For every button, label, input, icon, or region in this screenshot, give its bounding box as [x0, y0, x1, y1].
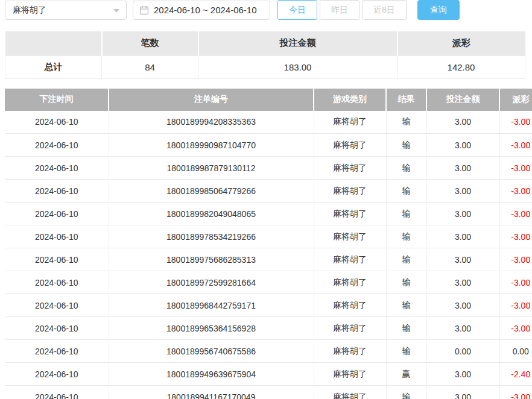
- cell-order-number: 1800189965364156928: [109, 317, 314, 340]
- cell-order-number: 1800189987879130112: [109, 157, 314, 180]
- yesterday-button[interactable]: 昨日: [320, 0, 359, 20]
- today-button[interactable]: 今日: [277, 0, 317, 20]
- col-result: 结果: [386, 89, 426, 111]
- cell-game-type: 麻将胡了: [314, 157, 386, 180]
- cell-bet-time: 2024-06-10: [5, 157, 109, 180]
- summary-payout-value: 142.80: [397, 55, 525, 78]
- cell-bet-amount: 3.00: [426, 111, 499, 134]
- bet-table-header-row: 下注时间 注单编号 游戏类别 结果 投注金额 派彩: [5, 89, 532, 111]
- cell-order-number: 1800189978534219266: [109, 225, 314, 248]
- cell-payout: -3.00: [499, 225, 532, 248]
- cell-order-number: 1800189941167170049: [109, 386, 314, 399]
- cell-bet-amount: 3.00: [426, 157, 499, 180]
- cell-payout: -3.00: [499, 111, 532, 134]
- game-select-value: 麻将胡了: [13, 5, 46, 16]
- col-bet-amount: 投注金额: [426, 89, 499, 111]
- cell-bet-amount: 3.00: [426, 225, 499, 248]
- cell-bet-amount: 3.00: [426, 271, 499, 294]
- cell-game-type: 麻将胡了: [314, 294, 386, 317]
- query-button[interactable]: 查询: [417, 0, 460, 20]
- table-row: 2024-06-10 1800189990987104770 麻将胡了 输 3.…: [5, 134, 532, 157]
- cell-bet-time: 2024-06-10: [5, 203, 109, 225]
- cell-result: 输: [386, 248, 426, 271]
- cell-result: 输: [386, 180, 426, 203]
- date-range-value: 2024-06-10 ~ 2024-06-10: [154, 5, 257, 15]
- cell-order-number: 1800189982049048065: [109, 203, 314, 225]
- cell-bet-time: 2024-06-10: [5, 386, 109, 399]
- summary-header-bet-amount: 投注金额: [198, 31, 397, 55]
- summary-bet-amount-value: 183.00: [198, 55, 397, 78]
- cell-result: 输: [386, 225, 426, 248]
- table-row: 2024-06-10 1800189965364156928 麻将胡了 输 3.…: [5, 317, 532, 340]
- cell-game-type: 麻将胡了: [314, 271, 386, 294]
- table-row: 2024-06-10 1800189972599281664 麻将胡了 输 3.…: [5, 271, 532, 294]
- cell-bet-time: 2024-06-10: [5, 111, 109, 134]
- col-order-number: 注单编号: [109, 89, 314, 111]
- col-payout: 派彩: [499, 89, 532, 111]
- cell-payout: -3.00: [499, 294, 532, 317]
- cell-result: 输: [386, 203, 426, 225]
- col-bet-time: 下注时间: [5, 89, 109, 111]
- bet-table-body: 2024-06-10 1800189994208335363 麻将胡了 输 3.…: [5, 111, 532, 399]
- cell-bet-amount: 3.00: [426, 203, 499, 225]
- cell-payout: -3.00: [499, 317, 532, 340]
- cell-order-number: 1800189994208335363: [109, 111, 314, 134]
- table-row: 2024-06-10 1800189975686285313 麻将胡了 输 3.…: [5, 248, 532, 271]
- summary-total-label: 总计: [5, 55, 102, 78]
- cell-order-number: 1800189972599281664: [109, 271, 314, 294]
- summary-count-value: 84: [102, 55, 198, 78]
- cell-game-type: 麻将胡了: [314, 134, 386, 157]
- cell-game-type: 麻将胡了: [314, 386, 386, 399]
- chevron-down-icon: [113, 9, 119, 13]
- date-range-picker[interactable]: 2024-06-10 ~ 2024-06-10: [133, 1, 270, 20]
- cell-game-type: 麻将胡了: [314, 180, 386, 203]
- table-row: 2024-06-10 1800189956740675586 麻将胡了 输 0.…: [5, 340, 532, 363]
- table-row: 2024-06-10 1800189941167170049 麻将胡了 输 3.…: [5, 386, 532, 399]
- table-row: 2024-06-10 1800189982049048065 麻将胡了 输 3.…: [5, 203, 532, 225]
- cell-result: 输: [386, 134, 426, 157]
- cell-bet-amount: 0.00: [426, 340, 499, 363]
- cell-payout: -3.00: [499, 157, 532, 180]
- last8days-button[interactable]: 近8日: [362, 0, 407, 20]
- cell-result: 输: [386, 271, 426, 294]
- bet-table: 下注时间 注单编号 游戏类别 结果 投注金额 派彩 2024-06-10 180…: [5, 89, 532, 399]
- filter-toolbar: 麻将胡了 2024-06-10 ~ 2024-06-10 今日 昨日 近8日 查…: [5, 0, 532, 20]
- cell-order-number: 1800189956740675586: [109, 340, 314, 363]
- summary-table: 笔数 投注金额 派彩 总计 84 183.00 142.80: [5, 31, 525, 79]
- summary-header-count: 笔数: [102, 31, 198, 55]
- cell-bet-time: 2024-06-10: [5, 271, 109, 294]
- cell-bet-amount: 3.00: [426, 180, 499, 203]
- game-select[interactable]: 麻将胡了: [5, 1, 127, 20]
- cell-result: 输: [386, 111, 426, 134]
- cell-bet-time: 2024-06-10: [5, 363, 109, 386]
- cell-bet-amount: 3.00: [426, 294, 499, 317]
- cell-bet-time: 2024-06-10: [5, 225, 109, 248]
- bet-history-page: 麻将胡了 2024-06-10 ~ 2024-06-10 今日 昨日 近8日 查…: [0, 0, 532, 399]
- cell-payout: -3.00: [499, 180, 532, 203]
- cell-bet-time: 2024-06-10: [5, 317, 109, 340]
- cell-bet-time: 2024-06-10: [5, 294, 109, 317]
- cell-order-number: 1800189949639675904: [109, 363, 314, 386]
- cell-order-number: 1800189975686285313: [109, 248, 314, 271]
- cell-bet-time: 2024-06-10: [5, 134, 109, 157]
- cell-bet-time: 2024-06-10: [5, 248, 109, 271]
- cell-game-type: 麻将胡了: [314, 248, 386, 271]
- col-game-type: 游戏类别: [314, 89, 386, 111]
- cell-payout: -3.00: [499, 386, 532, 399]
- calendar-icon: [139, 5, 149, 15]
- cell-bet-amount: 3.00: [426, 386, 499, 399]
- summary-header-empty: [5, 31, 102, 55]
- table-row: 2024-06-10 1800189968442759171 麻将胡了 输 3.…: [5, 294, 532, 317]
- table-row: 2024-06-10 1800189949639675904 麻将胡了 赢 3.…: [5, 363, 532, 386]
- cell-bet-amount: 3.00: [426, 317, 499, 340]
- cell-payout: -3.00: [499, 134, 532, 157]
- table-row: 2024-06-10 1800189994208335363 麻将胡了 输 3.…: [5, 111, 532, 134]
- cell-game-type: 麻将胡了: [314, 363, 386, 386]
- cell-payout: -3.00: [499, 203, 532, 225]
- cell-game-type: 麻将胡了: [314, 225, 386, 248]
- cell-order-number: 1800189985064779266: [109, 180, 314, 203]
- table-row: 2024-06-10 1800189978534219266 麻将胡了 输 3.…: [5, 225, 532, 248]
- summary-total-row: 总计 84 183.00 142.80: [5, 55, 525, 78]
- cell-result: 输: [386, 157, 426, 180]
- summary-header-row: 笔数 投注金额 派彩: [5, 31, 525, 55]
